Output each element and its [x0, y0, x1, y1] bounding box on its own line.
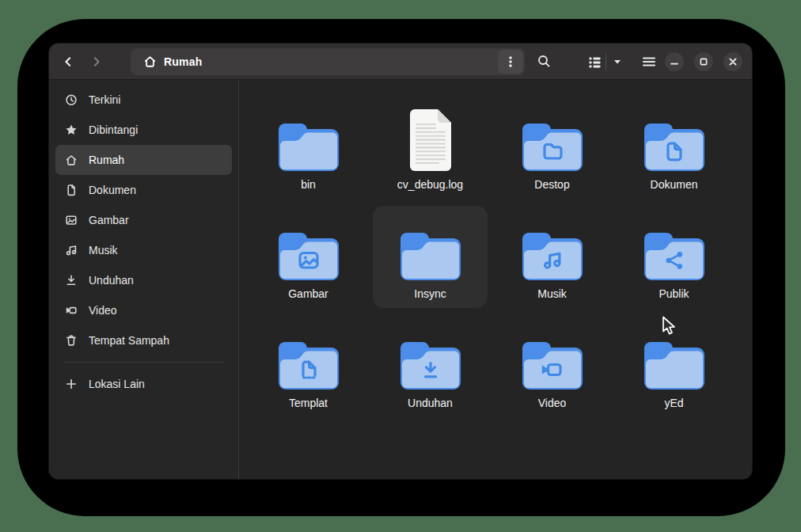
- minimize-icon: [670, 57, 679, 66]
- path-bar[interactable]: Rumah: [131, 48, 525, 75]
- grid-item-label: yEd: [664, 397, 683, 409]
- text-file-icon: [405, 108, 456, 173]
- sidebar-item-tempat-sampah[interactable]: Tempat Sampah: [55, 325, 232, 355]
- grid-item[interactable]: Publik: [617, 206, 731, 308]
- grid-item[interactable]: Templat: [251, 315, 366, 417]
- grid-item-label: bin: [301, 178, 316, 191]
- grid-item-label: Gambar: [288, 287, 328, 300]
- sidebar-item-label: Dokumen: [89, 184, 136, 196]
- grid-item-label: Video: [538, 397, 567, 409]
- home-icon: [65, 154, 78, 166]
- sidebar-item-label: Musik: [89, 244, 118, 256]
- view-list-button[interactable]: [583, 49, 605, 74]
- sidebar-item-gambar[interactable]: Gambar: [55, 205, 232, 235]
- sidebar-item-unduhan[interactable]: Unduhan: [55, 265, 232, 295]
- sidebar-item-musik[interactable]: Musik: [55, 235, 232, 265]
- grid-item[interactable]: Unduhan: [373, 315, 488, 417]
- sidebar-item-label: Gambar: [89, 214, 129, 226]
- download-icon: [65, 274, 78, 287]
- sidebar-item-label: Dibintangi: [89, 124, 138, 136]
- search-icon: [537, 55, 551, 68]
- sidebar: Terkini Dibintangi Rumah Dokumen Gambar …: [49, 80, 239, 479]
- music-icon: [65, 244, 78, 256]
- sidebar-item-label: Lokasi Lain: [89, 378, 145, 390]
- window-controls: [665, 52, 742, 71]
- folder-icon: [277, 122, 340, 173]
- sidebar-separator: [63, 362, 224, 363]
- grid-item-label: Destop: [534, 178, 569, 191]
- sidebar-item-label: Tempat Sampah: [89, 334, 169, 347]
- chevron-right-icon: [90, 55, 103, 68]
- grid-item[interactable]: Insync: [373, 206, 488, 308]
- grid-item-label: cv_debug.log: [397, 178, 463, 191]
- image-icon: [65, 214, 78, 226]
- image-folder-icon: [277, 231, 340, 282]
- clock-icon: [65, 93, 78, 106]
- current-location-label: Rumah: [164, 55, 202, 68]
- grid-item-label: Publik: [659, 287, 689, 300]
- maximize-button[interactable]: [694, 52, 713, 71]
- download-folder-icon: [399, 340, 462, 391]
- sidebar-item-video[interactable]: Video: [55, 295, 232, 325]
- document-folder-icon: [643, 122, 706, 173]
- grid-item-label: Dokumen: [651, 178, 698, 191]
- template-folder-icon: [277, 340, 340, 391]
- maximize-icon: [699, 57, 708, 66]
- grid-item[interactable]: Gambar: [251, 206, 366, 308]
- close-button[interactable]: [723, 52, 742, 71]
- plus-icon: [65, 378, 78, 390]
- sidebar-item-label: Terkini: [89, 93, 120, 106]
- view-options-dropdown-button[interactable]: [606, 49, 628, 74]
- sidebar-item-dibintangi[interactable]: Dibintangi: [55, 115, 232, 145]
- sidebar-item-terkini[interactable]: Terkini: [55, 85, 232, 115]
- minimize-button[interactable]: [665, 52, 684, 71]
- video-folder-icon: [521, 340, 584, 391]
- folder-icon: [399, 231, 462, 282]
- kebab-menu-icon: [504, 55, 517, 69]
- sidebar-item-rumah[interactable]: Rumah: [55, 145, 232, 175]
- share-folder-icon: [643, 231, 706, 282]
- trash-icon: [65, 334, 78, 347]
- document-icon: [65, 184, 78, 196]
- grid-item[interactable]: Destop: [495, 97, 609, 199]
- star-icon: [65, 124, 78, 136]
- grid-item[interactable]: Musik: [495, 206, 609, 308]
- forward-button[interactable]: [84, 49, 109, 74]
- grid-item[interactable]: Video: [495, 315, 609, 417]
- grid-item-label: Musik: [537, 287, 567, 300]
- grid-item-label: Unduhan: [408, 397, 453, 409]
- hamburger-menu-icon: [642, 55, 656, 68]
- main-menu-button[interactable]: [636, 49, 662, 74]
- grid-item[interactable]: cv_debug.log: [373, 97, 488, 199]
- folder-icon: [643, 340, 706, 391]
- folder-folder-icon: [521, 122, 584, 173]
- back-button[interactable]: [55, 49, 81, 74]
- grid-item[interactable]: yEd: [617, 315, 731, 417]
- sidebar-item-other-locations[interactable]: Lokasi Lain: [55, 369, 232, 399]
- grid-item[interactable]: bin: [251, 97, 366, 199]
- location-menu-button[interactable]: [498, 50, 523, 74]
- search-button[interactable]: [531, 49, 556, 74]
- chevron-left-icon: [62, 55, 74, 68]
- close-icon: [728, 57, 738, 66]
- view-toggle-split-button: [583, 49, 628, 74]
- sidebar-item-label: Rumah: [89, 154, 124, 166]
- headerbar: Rumah: [49, 44, 752, 80]
- view-list-icon: [588, 55, 602, 68]
- chevron-down-icon: [612, 56, 623, 67]
- grid-item-label: Insync: [414, 287, 446, 300]
- files-window: Rumah: [49, 44, 752, 479]
- sidebar-item-label: Unduhan: [89, 274, 134, 287]
- music-folder-icon: [521, 231, 584, 282]
- grid-item[interactable]: Dokumen: [617, 97, 731, 199]
- sidebar-item-label: Video: [89, 304, 117, 317]
- video-icon: [65, 304, 78, 317]
- sidebar-item-dokumen[interactable]: Dokumen: [55, 175, 232, 205]
- home-icon: [143, 55, 157, 68]
- grid-item-label: Templat: [289, 397, 328, 409]
- file-grid-area[interactable]: bin cv_debug.log Destop Dokumen Gambar: [239, 80, 752, 479]
